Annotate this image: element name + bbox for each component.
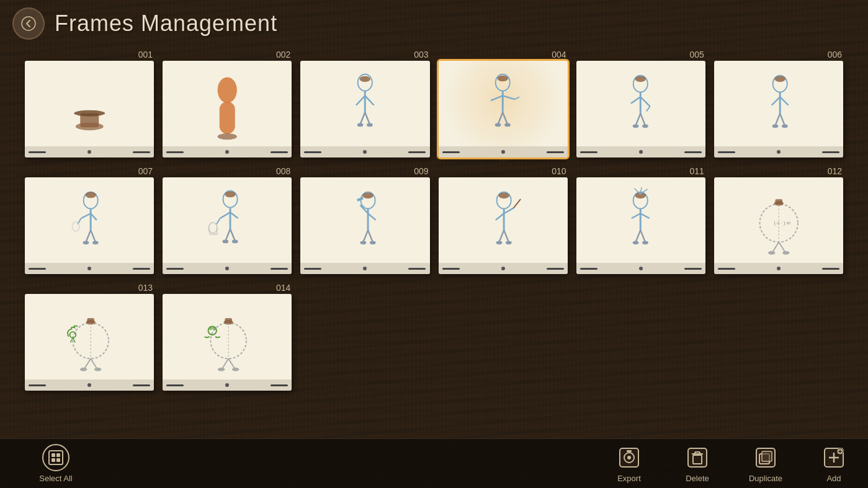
frame-card[interactable] <box>163 177 292 274</box>
svg-line-52 <box>86 230 91 242</box>
frame-item[interactable]: 002 <box>163 50 292 157</box>
svg-line-19 <box>491 95 503 100</box>
svg-point-123 <box>208 326 212 330</box>
frame-number: 007 <box>25 166 154 176</box>
frame-card[interactable] <box>576 177 705 274</box>
frame-item[interactable]: 008 <box>163 166 292 274</box>
svg-rect-138 <box>627 450 632 452</box>
frame-bottom-bar <box>25 379 154 391</box>
frames-content: 001 002 <box>0 47 868 438</box>
frame-item[interactable]: 010 <box>439 166 568 274</box>
svg-rect-131 <box>51 453 55 457</box>
frame-item-selected[interactable]: 004 <box>439 50 568 157</box>
bar-dot <box>87 383 91 387</box>
svg-point-61 <box>208 222 217 233</box>
bar-line-left <box>718 151 735 153</box>
svg-rect-110 <box>87 318 94 323</box>
svg-line-81 <box>514 199 521 208</box>
frame-bottom-bar <box>163 263 292 274</box>
svg-point-68 <box>363 192 374 198</box>
bar-line-left <box>718 268 735 270</box>
svg-line-42 <box>780 113 785 125</box>
svg-line-73 <box>364 230 369 242</box>
frames-grid: 001 002 <box>25 50 843 397</box>
svg-point-3 <box>74 110 105 116</box>
svg-line-96 <box>641 230 646 242</box>
frame-item[interactable]: 014 <box>163 283 292 391</box>
frame-card[interactable] <box>25 61 154 157</box>
add-button[interactable]: Add <box>800 439 868 489</box>
frame-card[interactable] <box>163 61 292 157</box>
svg-point-124 <box>212 326 216 330</box>
svg-line-40 <box>780 97 788 105</box>
svg-line-22 <box>498 112 503 124</box>
frame-item[interactable]: 003 <box>300 50 429 157</box>
svg-point-65 <box>223 239 229 243</box>
svg-point-34 <box>633 124 639 128</box>
frame-card[interactable] <box>576 61 705 157</box>
svg-line-21 <box>515 97 520 99</box>
frame-item[interactable]: 013 <box>25 283 154 391</box>
frame-card[interactable] <box>163 294 292 391</box>
frame-item[interactable]: 012 ( u · ) m <box>714 166 843 274</box>
svg-point-86 <box>506 241 512 244</box>
svg-text:( u · ) m: ( u · ) m <box>774 220 790 225</box>
svg-line-59 <box>220 212 230 218</box>
delete-button[interactable]: Delete <box>663 439 732 489</box>
frame-card[interactable] <box>714 61 843 157</box>
frame-card[interactable] <box>439 61 568 157</box>
page-title: Frames Management <box>55 11 277 37</box>
header: Frames Management <box>0 0 868 47</box>
frame-bottom-bar <box>576 263 705 274</box>
svg-line-84 <box>504 230 509 242</box>
bar-line-right <box>271 151 288 153</box>
frame-card[interactable] <box>25 294 154 391</box>
bar-line-right <box>271 268 288 270</box>
frame-bottom-bar <box>25 263 154 274</box>
frame-card[interactable] <box>25 177 154 274</box>
frame-item[interactable]: 005 <box>576 50 705 157</box>
back-button[interactable] <box>12 7 45 40</box>
bar-line-right <box>684 268 702 270</box>
select-all-icon <box>42 444 69 471</box>
bar-dot <box>363 267 367 270</box>
frame-number: 005 <box>576 50 705 60</box>
frame-card[interactable] <box>439 177 568 274</box>
toolbar-right: Export Delete <box>595 439 868 489</box>
frame-card[interactable] <box>300 177 429 274</box>
svg-line-32 <box>636 113 641 125</box>
frame-number: 014 <box>163 283 292 293</box>
frame-card[interactable] <box>300 61 429 157</box>
svg-line-20 <box>503 95 515 99</box>
svg-point-0 <box>22 17 35 30</box>
frame-bottom-bar <box>163 146 292 157</box>
frame-item[interactable]: 011 <box>576 166 705 274</box>
frame-bottom-bar <box>163 379 292 391</box>
svg-line-13 <box>365 112 370 124</box>
svg-rect-147 <box>762 451 772 461</box>
frame-item[interactable]: 001 <box>25 50 154 157</box>
svg-point-66 <box>232 239 238 243</box>
svg-point-50 <box>72 221 79 231</box>
duplicate-button[interactable]: Duplicate <box>732 439 800 489</box>
svg-rect-5 <box>220 102 235 134</box>
bar-line-right <box>408 268 426 270</box>
bar-line-right <box>822 268 839 270</box>
frame-item[interactable]: 009 <box>300 166 429 274</box>
svg-rect-121 <box>225 318 232 323</box>
svg-point-14 <box>357 123 364 126</box>
svg-line-23 <box>503 112 508 124</box>
svg-point-107 <box>782 251 790 255</box>
bar-line-right <box>133 268 150 270</box>
export-button[interactable]: Export <box>595 439 663 489</box>
frame-card[interactable]: ( u · ) m <box>714 177 843 274</box>
svg-point-137 <box>627 456 631 459</box>
svg-line-74 <box>368 230 373 242</box>
select-all-button[interactable]: Select All <box>0 439 112 488</box>
frame-bottom-bar <box>25 146 154 157</box>
svg-point-118 <box>94 368 102 371</box>
frame-item[interactable]: 006 <box>714 50 843 157</box>
svg-point-15 <box>367 123 373 126</box>
frame-bottom-bar <box>439 146 568 157</box>
frame-item[interactable]: 007 <box>25 166 154 274</box>
